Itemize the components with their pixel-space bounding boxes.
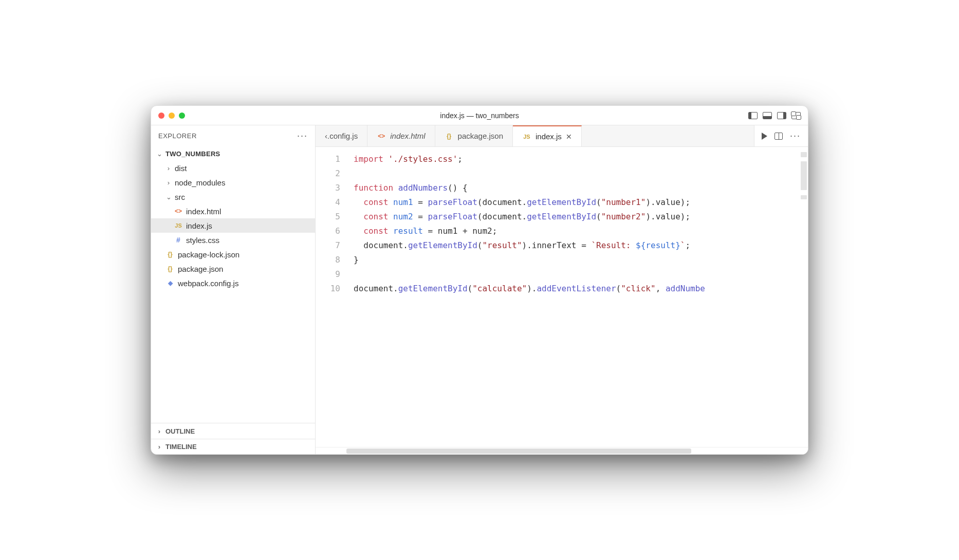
js-file-icon: JS xyxy=(522,134,531,140)
tree-file-webpack-config[interactable]: ◆ webpack.config.js xyxy=(151,276,315,290)
app-window: index.js — two_numbers EXPLORER ··· ⌄ TW… xyxy=(151,105,808,455)
tab-webpack-config[interactable]: ‹.config.js xyxy=(316,125,367,146)
tab-package-json[interactable]: {} package.json xyxy=(435,125,513,146)
tree-folder-node-modules[interactable]: › node_modules xyxy=(151,175,315,190)
code-editor[interactable]: 12345678910 import './styles.css'; funct… xyxy=(316,147,808,447)
tab-label: index.html xyxy=(390,132,425,140)
tab-index-js[interactable]: JS index.js ✕ xyxy=(513,125,582,146)
explorer-title: EXPLORER xyxy=(158,132,197,140)
tab-label: package.json xyxy=(458,132,503,140)
explorer-sidebar: EXPLORER ··· ⌄ TWO_NUMBERS › dist › node… xyxy=(151,125,316,454)
webpack-file-icon: ◆ xyxy=(165,279,175,287)
titlebar: index.js — two_numbers xyxy=(151,106,808,125)
tab-index-html[interactable]: <> index.html xyxy=(367,125,435,146)
close-tab-icon[interactable]: ✕ xyxy=(566,133,572,141)
json-file-icon: {} xyxy=(165,265,175,272)
tree-root[interactable]: ⌄ TWO_NUMBERS xyxy=(151,146,315,161)
tree-folder-src[interactable]: ⌄ src xyxy=(151,190,315,204)
tab-label: ‹.config.js xyxy=(325,132,358,140)
chevron-right-icon: › xyxy=(165,164,172,172)
tree-file-package-lock[interactable]: {} package-lock.json xyxy=(151,247,315,262)
minimap[interactable] xyxy=(800,147,808,447)
tabbar: ‹.config.js <> index.html {} package.jso… xyxy=(316,125,808,147)
chevron-down-icon: ⌄ xyxy=(156,150,162,158)
outline-section[interactable]: › OUTLINE xyxy=(151,423,315,439)
toggle-secondary-sidebar-icon[interactable] xyxy=(777,112,786,119)
line-gutter: 12345678910 xyxy=(316,147,347,447)
tree-file-styles-css[interactable]: # styles.css xyxy=(151,233,315,247)
html-file-icon: <> xyxy=(174,208,183,215)
toggle-primary-sidebar-icon[interactable] xyxy=(748,112,758,119)
tree-file-index-js[interactable]: JS index.js xyxy=(151,218,315,233)
html-file-icon: <> xyxy=(377,133,386,140)
timeline-label: TIMELINE xyxy=(165,443,197,451)
js-file-icon: JS xyxy=(174,222,183,229)
json-file-icon: {} xyxy=(165,251,175,258)
customize-layout-icon[interactable] xyxy=(791,112,801,119)
toggle-panel-icon[interactable] xyxy=(763,112,772,119)
scrollbar-thumb[interactable] xyxy=(346,449,691,454)
css-file-icon: # xyxy=(174,236,183,244)
tree-file-index-html[interactable]: <> index.html xyxy=(151,204,315,218)
tab-label: index.js xyxy=(536,132,562,141)
timeline-section[interactable]: › TIMELINE xyxy=(151,439,315,454)
file-tree: ⌄ TWO_NUMBERS › dist › node_modules ⌄ sr… xyxy=(151,146,315,423)
json-file-icon: {} xyxy=(445,133,454,140)
split-editor-icon[interactable] xyxy=(774,133,783,140)
tree-folder-dist[interactable]: › dist xyxy=(151,161,315,175)
chevron-right-icon: › xyxy=(165,179,172,186)
outline-label: OUTLINE xyxy=(165,427,195,435)
run-icon[interactable] xyxy=(762,133,767,140)
chevron-down-icon: ⌄ xyxy=(165,193,172,201)
editor-actions: ··· xyxy=(754,125,808,146)
editor-more-icon[interactable]: ··· xyxy=(790,130,801,141)
tree-file-package-json[interactable]: {} package.json xyxy=(151,262,315,276)
editor-area: ‹.config.js <> index.html {} package.jso… xyxy=(316,125,808,454)
chevron-right-icon: › xyxy=(156,443,162,451)
chevron-right-icon: › xyxy=(156,427,162,435)
window-title: index.js — two_numbers xyxy=(151,111,808,120)
explorer-more-icon[interactable]: ··· xyxy=(297,130,308,141)
code-content[interactable]: import './styles.css'; function addNumbe… xyxy=(347,147,808,447)
root-folder-label: TWO_NUMBERS xyxy=(165,150,220,158)
horizontal-scrollbar[interactable] xyxy=(316,447,808,454)
